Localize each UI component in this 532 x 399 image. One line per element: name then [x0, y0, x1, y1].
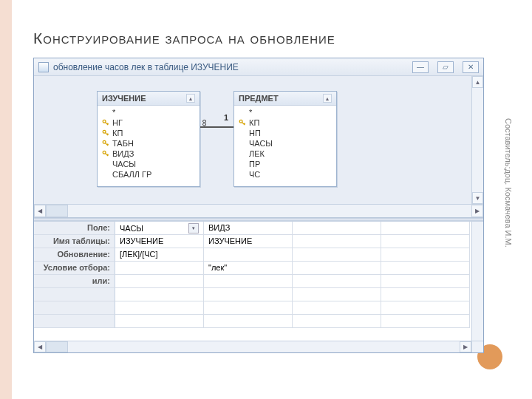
field-row[interactable]: ТАБН: [98, 138, 200, 149]
grid-cell[interactable]: [293, 248, 381, 262]
cell-value: ЧАСЫ: [120, 224, 143, 233]
scroll-right-icon[interactable]: ▶: [460, 341, 471, 352]
field-row[interactable]: *: [234, 107, 336, 117]
scroll-thumb[interactable]: [46, 341, 68, 352]
field-row[interactable]: СБАЛЛ ГР: [98, 169, 200, 180]
field-row[interactable]: ЧАСЫ: [98, 159, 200, 169]
field-row[interactable]: КП: [98, 128, 200, 138]
maximize-button[interactable]: ▱: [437, 61, 454, 73]
grid-row-label: [34, 288, 115, 301]
grid-cell[interactable]: [381, 315, 470, 328]
blank-icon: [239, 171, 246, 178]
grid-cell[interactable]: ИЗУЧЕНИЕ: [115, 235, 204, 248]
scroll-up-icon[interactable]: ▲: [472, 76, 483, 88]
scroll-thumb[interactable]: [46, 205, 68, 217]
grid-row-label: Поле:: [34, 222, 115, 235]
grid-cell[interactable]: [115, 288, 204, 301]
grid-cell[interactable]: [115, 262, 204, 275]
field-row[interactable]: НП: [234, 128, 336, 138]
scroll-left-icon[interactable]: ◀: [34, 205, 46, 217]
scroll-left-icon[interactable]: ◀: [34, 341, 46, 352]
table-predmet[interactable]: ПРЕДМЕТ ▲ *КПНПЧАСЫЛЕКПРЧС: [233, 91, 337, 187]
scroll-up-icon[interactable]: ▲: [186, 94, 195, 103]
query-designer-window: обновление часов лек в таблице ИЗУЧЕНИЕ …: [33, 58, 484, 353]
grid-row-label: или:: [34, 275, 115, 288]
grid-cell[interactable]: "лек": [204, 262, 293, 275]
scroll-up-icon[interactable]: ▲: [323, 94, 332, 103]
field-list: *КПНПЧАСЫЛЕКПРЧС: [234, 106, 336, 181]
grid-cell[interactable]: [293, 235, 381, 248]
blank-icon: [239, 129, 246, 137]
grid-cell[interactable]: [381, 301, 470, 315]
field-row[interactable]: ЛЕК: [234, 149, 336, 159]
field-name: *: [249, 108, 252, 117]
grid-cell[interactable]: [204, 288, 293, 301]
field-row[interactable]: *: [98, 107, 200, 117]
grid-cell[interactable]: [381, 275, 470, 288]
field-row[interactable]: ЧАСЫ: [234, 138, 336, 149]
grid-cell[interactable]: [381, 235, 470, 248]
field-name: НП: [249, 129, 261, 137]
blank-icon: [239, 109, 246, 116]
blank-icon: [102, 160, 109, 168]
diagram-h-scrollbar[interactable]: ◀ ▶: [34, 204, 483, 217]
scroll-right-icon[interactable]: ▶: [471, 205, 483, 217]
field-name: ЛЕК: [249, 149, 265, 158]
grid-cell[interactable]: ИЗУЧЕНИЕ: [204, 235, 293, 248]
field-row[interactable]: ЧС: [234, 169, 336, 180]
dropdown-button[interactable]: ▾: [188, 223, 199, 233]
close-button[interactable]: ✕: [463, 61, 479, 73]
field-row[interactable]: КП: [234, 117, 336, 128]
grid-cell[interactable]: [204, 275, 293, 288]
minimize-button[interactable]: —: [412, 61, 429, 73]
grid-row-label: [34, 301, 115, 315]
relationship-line[interactable]: [200, 126, 233, 128]
table-header[interactable]: ИЗУЧЕНИЕ ▲: [98, 92, 200, 106]
field-name: КП: [249, 118, 259, 127]
scroll-corner: [471, 341, 483, 352]
table-izuchenie[interactable]: ИЗУЧЕНИЕ ▲ *НГКПТАБНВИДЗЧАСЫСБАЛЛ ГР: [97, 91, 200, 187]
blank-icon: [239, 150, 246, 157]
grid-cell[interactable]: [293, 315, 381, 328]
field-row[interactable]: НГ: [98, 117, 200, 128]
grid-cell[interactable]: [381, 288, 470, 301]
diagram-pane[interactable]: ИЗУЧЕНИЕ ▲ *НГКПТАБНВИДЗЧАСЫСБАЛЛ ГР ПРЕ…: [34, 76, 483, 218]
grid-cell[interactable]: [293, 301, 381, 315]
grid-h-scrollbar[interactable]: ◀ ▶: [34, 341, 471, 352]
field-row[interactable]: ПР: [234, 159, 336, 169]
grid-cell[interactable]: [381, 248, 470, 262]
grid-cell[interactable]: [381, 262, 470, 275]
grid-cell[interactable]: ЧАСЫ▾: [115, 222, 204, 235]
field-name: НГ: [112, 118, 123, 127]
scroll-down-icon[interactable]: ▼: [472, 192, 483, 204]
grid-cell[interactable]: [204, 301, 293, 315]
grid-cell[interactable]: [115, 301, 204, 315]
field-name: ЧС: [249, 170, 260, 179]
field-name: ЧАСЫ: [249, 139, 273, 148]
field-name: *: [112, 108, 115, 117]
grid-cell[interactable]: [293, 288, 381, 301]
grid-cell[interactable]: [293, 262, 381, 275]
grid-cell[interactable]: [293, 275, 381, 288]
grid-cell[interactable]: ВИДЗ: [204, 222, 293, 235]
slide-credit: Составитель:доц. Космачева И.М.: [504, 118, 513, 248]
app-icon: [38, 62, 49, 72]
grid-cell[interactable]: [204, 248, 293, 262]
diagram-v-scrollbar[interactable]: ▲ ▼: [471, 76, 483, 204]
field-name: СБАЛЛ ГР: [112, 170, 151, 179]
grid-cell[interactable]: [204, 315, 293, 328]
grid-cell[interactable]: [293, 222, 381, 235]
grid-cell[interactable]: [115, 275, 204, 288]
field-name: КП: [112, 129, 123, 137]
key-icon: [102, 129, 109, 137]
grid-cell[interactable]: [381, 222, 470, 235]
field-list: *НГКПТАБНВИДЗЧАСЫСБАЛЛ ГР: [98, 106, 200, 181]
field-row[interactable]: ВИДЗ: [98, 149, 200, 159]
table-header[interactable]: ПРЕДМЕТ ▲: [234, 92, 336, 106]
key-icon: [239, 119, 246, 126]
grid-cell[interactable]: [ЛЕК]/[ЧС]: [115, 248, 204, 262]
grid-v-scrollbar[interactable]: [471, 222, 483, 352]
field-name: ВИДЗ: [112, 149, 134, 158]
field-name: ПР: [249, 160, 260, 168]
grid-cell[interactable]: [115, 315, 204, 328]
